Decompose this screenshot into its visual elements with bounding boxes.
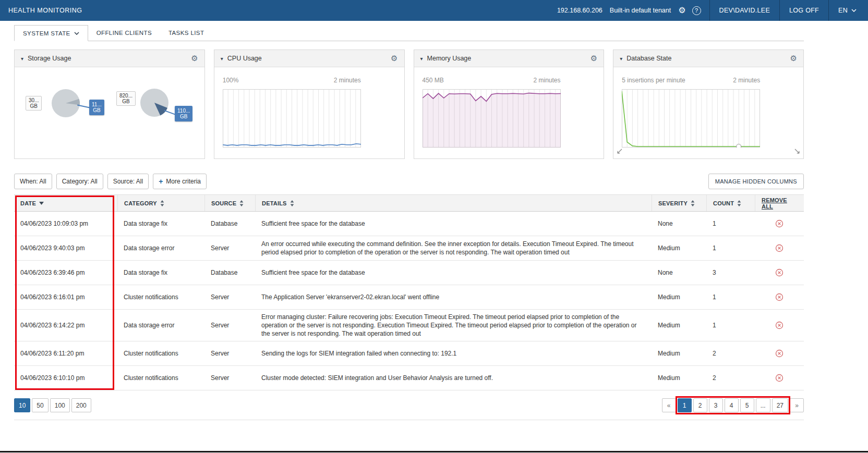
page-title: HEALTH MONITORING (0, 7, 82, 14)
page-size-button[interactable]: 200 (71, 398, 91, 412)
database-state-chart (622, 89, 760, 148)
col-details[interactable]: DETAILS (255, 195, 652, 211)
manage-hidden-columns-button[interactable]: MANAGE HIDDEN COLUMNS (708, 174, 804, 189)
col-remove-all: REMOVE ALL (755, 195, 804, 211)
widget-settings-gear-icon[interactable]: ⚙ (191, 54, 198, 63)
events-table: DATE CATEGORY SOURCE DETAILS SEVERITY CO… (14, 194, 804, 390)
cell-source: Server (204, 318, 255, 333)
server-ip: 192.168.60.206 (557, 7, 602, 14)
widget-title: CPU Usage (227, 55, 262, 62)
badge-line: 110... (177, 108, 190, 114)
widget-header[interactable]: ▾ Storage Usage ⚙ (15, 50, 204, 67)
cpu-usage-chart (223, 89, 361, 148)
column-label: SOURCE (211, 200, 236, 206)
page-button[interactable]: 5 (740, 398, 754, 412)
cell-details: An error occurred while executing the co… (255, 237, 652, 260)
language-menu[interactable]: EN (828, 0, 868, 21)
cell-count: 3 (706, 265, 755, 280)
table-row[interactable]: 04/06/2023 6:11:20 pm Cluster notificati… (14, 341, 804, 366)
remove-row-button[interactable] (775, 244, 783, 252)
col-source[interactable]: SOURCE (204, 195, 255, 211)
widget-settings-gear-icon[interactable]: ⚙ (391, 54, 397, 63)
widget-cpu-usage: ▾ CPU Usage ⚙ 100% 2 minutes (214, 50, 405, 159)
cell-severity: Medium (652, 241, 706, 255)
cell-category: Cluster notifications (117, 290, 204, 304)
tab-system-state[interactable]: SYSTEM STATE (14, 25, 88, 41)
log-off-button[interactable]: LOG OFF (779, 0, 828, 21)
col-severity[interactable]: SEVERITY (652, 195, 706, 211)
cell-source: Database (204, 265, 255, 280)
table-row[interactable]: 04/06/2023 6:14:22 pm Data storage error… (14, 310, 804, 341)
page-button[interactable]: 27 (772, 398, 788, 412)
cell-details: Sufficient free space for the database (255, 216, 652, 231)
tab-offline-clients[interactable]: OFFLINE CLIENTS (88, 25, 160, 41)
widget-header[interactable]: ▾ Memory Usage ⚙ (414, 50, 604, 67)
remove-row-button[interactable] (775, 268, 783, 277)
widget-title: Storage Usage (28, 55, 71, 62)
prev-page-button[interactable]: « (662, 398, 676, 412)
tenant-name: Built-in default tenant (610, 7, 671, 14)
table-row[interactable]: 04/06/2023 10:09:03 pm Data storage fix … (14, 212, 804, 236)
collapse-icon[interactable]: ▾ (21, 56, 23, 62)
filter-when[interactable]: When: All (14, 174, 52, 189)
help-icon[interactable]: ? (692, 6, 701, 15)
more-criteria-button[interactable]: + More criteria (153, 174, 207, 189)
storage-pie-chart (139, 87, 170, 118)
cell-severity: Medium (652, 318, 706, 333)
collapse-icon[interactable]: ▾ (420, 56, 423, 62)
table-row[interactable]: 04/06/2023 9:40:03 pm Data storage error… (14, 236, 804, 261)
col-count[interactable]: COUNT (706, 195, 755, 211)
collapse-icon[interactable]: ▾ (221, 56, 223, 62)
cell-source: Server (204, 346, 255, 361)
remove-row-button[interactable] (775, 374, 783, 382)
tab-label: TASKS LIST (168, 30, 204, 36)
page-size-button[interactable]: 100 (50, 398, 70, 412)
remove-row-button[interactable] (775, 321, 783, 329)
resize-handle-icon[interactable] (617, 147, 623, 156)
remove-row-button[interactable] (775, 293, 783, 301)
filter-category[interactable]: Category: All (56, 174, 103, 189)
badge-line: GB (119, 99, 132, 104)
widget-header[interactable]: ▾ Database State ⚙ (613, 50, 803, 67)
cell-source: Server (204, 241, 255, 255)
resize-handle-icon[interactable] (794, 147, 800, 156)
column-label: COUNT (713, 200, 734, 206)
table-row[interactable]: 04/06/2023 6:39:46 pm Data storage fix D… (14, 261, 804, 285)
tab-tasks-list[interactable]: TASKS LIST (160, 25, 212, 41)
table-row[interactable]: 04/06/2023 6:10:10 pm Cluster notificati… (14, 366, 804, 390)
col-category[interactable]: CATEGORY (117, 195, 204, 211)
remove-row-button[interactable] (775, 219, 783, 228)
cell-count: 1 (706, 241, 755, 255)
storage-size-badge: 30... GB (26, 96, 42, 111)
widget-title: Database State (626, 55, 671, 62)
cell-date: 04/06/2023 6:11:20 pm (14, 346, 117, 361)
filter-source[interactable]: Source: All (107, 174, 149, 189)
remove-row-button[interactable] (775, 349, 783, 358)
sort-icon (691, 200, 695, 206)
widget-settings-gear-icon[interactable]: ⚙ (590, 54, 597, 63)
page-button[interactable]: 4 (725, 398, 739, 412)
col-date[interactable]: DATE (14, 195, 117, 211)
collapse-icon[interactable]: ▾ (620, 56, 622, 62)
page-button[interactable]: 2 (693, 398, 707, 412)
cell-details: Sending the logs for SIEM integration fa… (255, 346, 652, 361)
page-size-button[interactable]: 10 (14, 398, 30, 412)
page-button[interactable]: 1 (678, 398, 692, 412)
widget-header[interactable]: ▾ CPU Usage ⚙ (214, 50, 404, 67)
table-row[interactable]: 04/06/2023 6:16:01 pm Cluster notificati… (14, 285, 804, 310)
memory-usage-body: 450 MB 2 minutes (414, 67, 604, 158)
cell-remove (755, 290, 804, 304)
tenant-settings-gear-icon[interactable]: ⚙ (678, 6, 685, 15)
page-size-group: 1050100200 (14, 398, 91, 412)
badge-line: GB (29, 103, 39, 109)
page-ellipsis[interactable]: ... (756, 398, 770, 412)
next-page-button[interactable]: » (790, 398, 804, 412)
cell-category: Cluster notifications (117, 371, 204, 385)
cell-details: Cluster mode detected: SIEM integration … (255, 371, 652, 385)
log-off-label: LOG OFF (789, 7, 819, 14)
remove-all-link[interactable]: REMOVE ALL (762, 197, 798, 210)
cell-details: Error managing cluster: Failure recoveri… (255, 310, 652, 341)
page-button[interactable]: 3 (709, 398, 723, 412)
page-size-button[interactable]: 50 (32, 398, 48, 412)
widget-settings-gear-icon[interactable]: ⚙ (790, 54, 797, 63)
